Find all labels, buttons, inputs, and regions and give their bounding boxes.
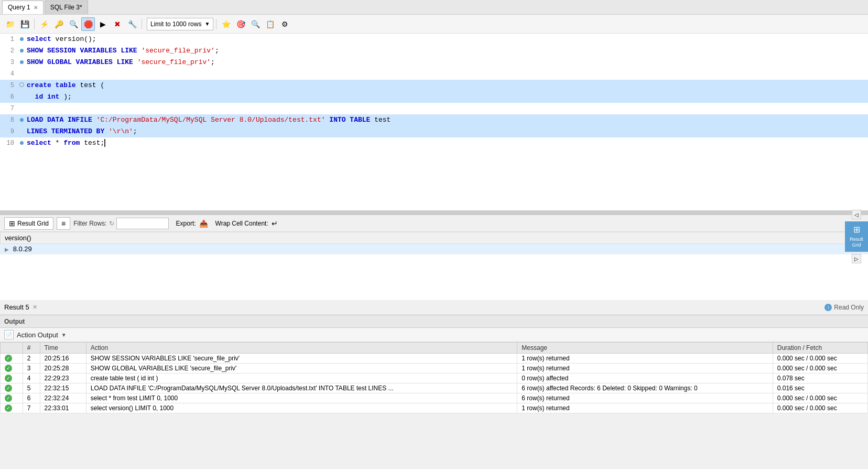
row-expand-btn[interactable]: ▶ xyxy=(5,247,9,252)
table-icon: ≡ xyxy=(61,219,66,228)
col-duration: Duration / Fetch xyxy=(773,343,867,354)
message-cell: 6 row(s) affected Records: 6 Deleted: 0 … xyxy=(517,383,773,393)
sql-line-1: 1 select version(); xyxy=(0,34,868,45)
num-cell: 3 xyxy=(23,364,40,374)
duration-cell: 0.078 sec xyxy=(773,374,867,383)
readonly-badge: i Read Only xyxy=(824,304,864,311)
filter-rows-input[interactable] xyxy=(116,218,169,229)
message-cell: 0 row(s) affected xyxy=(517,374,773,383)
collapse-left-btn[interactable]: ◁ xyxy=(852,210,861,219)
limit-label: Limit to 1000 rows xyxy=(150,20,201,28)
output-section: Output 📄 Action Output ▼ # Time Action M… xyxy=(0,315,868,413)
sql-line-8: 8 LOAD DATA INFILE 'C:/ProgramData/MySQL… xyxy=(0,114,868,126)
tab-query1[interactable]: Query 1 ✕ xyxy=(2,1,44,14)
status-cell: ✓ xyxy=(1,383,23,393)
line-content-5: create table test ( xyxy=(25,80,868,91)
output-table: # Time Action Message Duration / Fetch ✓… xyxy=(0,342,868,413)
result-grid-side-label: ResultGrid xyxy=(850,237,863,249)
result-grid-tab-label: Result Grid xyxy=(17,220,49,227)
sql-editor[interactable]: 1 select version(); 2 SHOW SESSION VARIA… xyxy=(0,34,868,212)
time-cell: 20:25:16 xyxy=(40,354,86,364)
result5-close[interactable]: ✕ xyxy=(32,304,37,311)
sep3 xyxy=(216,19,216,29)
sep2 xyxy=(142,19,142,29)
cell-version-value: ▶ 8.0.29 xyxy=(1,244,868,254)
line-content-2: SHOW SESSION VARIABLES LIKE 'secure_file… xyxy=(25,46,868,56)
status-icon: ✓ xyxy=(5,355,12,362)
sql-line-10: 10 select * from test; xyxy=(0,137,868,149)
tab-sqlfile3[interactable]: SQL File 3* xyxy=(45,1,88,14)
result-grid-area[interactable]: version() ▶ 8.0.29 xyxy=(0,232,868,300)
result5-left: Result 5 ✕ xyxy=(4,303,37,311)
zoom-btn[interactable]: 🔍 xyxy=(248,17,262,31)
sql-line-5: 5 create table test ( xyxy=(0,80,868,91)
limit-dropdown[interactable]: Limit to 1000 rows ▼ xyxy=(147,18,213,30)
wrap-cell-label: Wrap Cell Content: xyxy=(215,220,268,227)
stop-btn[interactable]: 🛑 xyxy=(81,17,95,31)
result5-bar: Result 5 ✕ i Read Only xyxy=(0,300,868,315)
format-btn[interactable]: 📋 xyxy=(263,17,277,31)
status-icon: ✓ xyxy=(5,385,12,392)
output-row[interactable]: ✓422:29:23create table test ( id int )0 … xyxy=(1,374,868,383)
status-icon: ✓ xyxy=(5,365,12,372)
output-row[interactable]: ✓320:25:28SHOW GLOBAL VARIABLES LIKE 'se… xyxy=(1,364,868,374)
time-cell: 22:32:15 xyxy=(40,383,86,393)
duration-cell: 0.000 sec / 0.000 sec xyxy=(773,354,867,364)
time-cell: 22:32:24 xyxy=(40,393,86,403)
open-file-btn[interactable]: 📁 xyxy=(3,17,17,31)
line-content-3: SHOW GLOBAL VARIABLES LIKE 'secure_file_… xyxy=(25,57,868,68)
num-cell: 4 xyxy=(23,374,40,383)
line-content-10: select * from test; xyxy=(25,138,868,148)
filter-box: Filter Rows: ↻ xyxy=(73,218,168,229)
col-hash: # xyxy=(23,343,40,354)
message-cell: 1 row(s) returned xyxy=(517,364,773,374)
line-content-9: LINES TERMINATED BY '\r\n'; xyxy=(25,126,868,137)
collapse-right-btn[interactable]: ▷ xyxy=(852,254,861,263)
wrap-icon[interactable]: ↵ xyxy=(272,219,278,228)
output-table-wrap[interactable]: # Time Action Message Duration / Fetch ✓… xyxy=(0,342,868,413)
dropdown-arrow[interactable]: ▼ xyxy=(61,332,67,338)
duration-cell: 0.000 sec / 0.000 sec xyxy=(773,364,867,374)
continue-btn[interactable]: ▶ xyxy=(96,17,110,31)
col-version: version() xyxy=(1,232,868,244)
output-row[interactable]: ✓220:25:16SHOW SESSION VARIABLES LIKE 's… xyxy=(1,354,868,364)
line-dot-2 xyxy=(18,49,25,52)
execute-current-btn[interactable]: 🔑 xyxy=(52,17,66,31)
execute-btn[interactable]: ⚡ xyxy=(37,17,51,31)
config-btn[interactable]: ⚙ xyxy=(278,17,291,31)
line-num-10: 10 xyxy=(0,138,18,148)
line-dot-3 xyxy=(18,60,25,64)
save-btn[interactable]: 💾 xyxy=(18,17,31,31)
result5-label: Result 5 xyxy=(4,303,29,311)
line-num-9: 9 xyxy=(0,126,18,137)
toggle-btn[interactable]: 🔧 xyxy=(125,17,139,31)
col-message: Message xyxy=(517,343,773,354)
tab-query1-close[interactable]: ✕ xyxy=(34,5,38,10)
bookmark-btn[interactable]: ⭐ xyxy=(219,17,233,31)
readonly-label: Read Only xyxy=(834,304,864,311)
result-grid-side-btn[interactable]: ⊞ ResultGrid xyxy=(845,221,868,252)
output-row[interactable]: ✓622:32:24select * from test LIMIT 0, 10… xyxy=(1,393,868,403)
line-content-1: select version(); xyxy=(25,34,868,45)
message-cell: 1 row(s) returned xyxy=(517,403,773,413)
message-cell: 1 row(s) returned xyxy=(517,354,773,364)
table-row[interactable]: ▶ 8.0.29 xyxy=(1,244,868,254)
line-dot-5 xyxy=(18,82,25,87)
output-header: Output xyxy=(0,316,868,328)
toolbar: 📁 💾 ⚡ 🔑 🔍 🛑 ▶ ✖ 🔧 Limit to 1000 rows ▼ ⭐… xyxy=(0,15,868,34)
status-cell: ✓ xyxy=(1,364,23,374)
action-cell: select version() LIMIT 0, 1000 xyxy=(86,403,517,413)
explain-btn[interactable]: 🔍 xyxy=(67,17,80,31)
status-cell: ✓ xyxy=(1,403,23,413)
output-row[interactable]: ✓722:33:01select version() LIMIT 0, 1000… xyxy=(1,403,868,413)
status-cell: ✓ xyxy=(1,354,23,364)
cancel-btn[interactable]: ✖ xyxy=(111,17,124,31)
num-cell: 5 xyxy=(23,383,40,393)
result-tabs-bar: ⊞ Result Grid ≡ Filter Rows: ↻ Export: 📤… xyxy=(0,215,868,232)
line-dot-10 xyxy=(18,141,25,145)
output-row[interactable]: ✓522:32:15LOAD DATA INFILE 'C:/ProgramDa… xyxy=(1,383,868,393)
target-btn[interactable]: 🎯 xyxy=(234,17,247,31)
table-tab[interactable]: ≡ xyxy=(57,217,70,230)
export-icon[interactable]: 📤 xyxy=(199,219,208,228)
result-grid-tab[interactable]: ⊞ Result Grid xyxy=(4,217,53,230)
